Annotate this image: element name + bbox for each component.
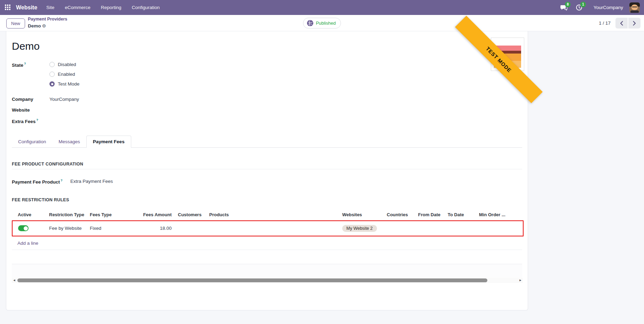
new-button[interactable]: New <box>6 18 25 29</box>
pager: 1 / 17 <box>599 18 641 29</box>
gear-icon[interactable]: ⚙ <box>42 23 46 29</box>
user-avatar[interactable] <box>629 2 640 13</box>
pager-previous-button[interactable] <box>615 18 628 29</box>
field-state: State? Disabled Enabled Test Mode <box>12 61 522 91</box>
horizontal-scrollbar[interactable]: ◄ ► <box>12 278 523 283</box>
chevron-right-icon <box>633 21 636 26</box>
company-value[interactable]: YourCompany <box>49 96 79 102</box>
messages-badge: 8 <box>565 2 571 7</box>
chevron-left-icon <box>620 21 623 26</box>
radio-circle-icon <box>49 62 55 67</box>
col-min-order[interactable]: Min Order ... <box>476 209 523 221</box>
table-footer-strip <box>12 264 522 278</box>
state-label: State? <box>12 61 49 91</box>
breadcrumb-payment-providers[interactable]: Payment Providers <box>28 17 67 22</box>
messages-button[interactable]: 8 <box>558 2 570 13</box>
form-sheet: TEST MODE Demo State? Disabled Enabled T… <box>6 31 528 310</box>
breadcrumb-current: Demo <box>28 23 41 29</box>
pager-next-button[interactable] <box>628 18 641 29</box>
pager-count: 1 / 17 <box>599 21 611 26</box>
notebook-tabs: Configuration Messages Payment Fees <box>12 135 522 148</box>
add-a-line-link[interactable]: Add a line <box>17 241 38 246</box>
menu-site[interactable]: Site <box>46 5 54 10</box>
fee-product-section-title: FEE PRODUCT CONFIGURATION <box>12 162 522 169</box>
provider-logo <box>491 38 524 71</box>
scroll-left-icon[interactable]: ◄ <box>12 278 17 283</box>
col-to-date[interactable]: To Date <box>445 209 476 221</box>
active-toggle[interactable] <box>18 225 29 231</box>
col-products[interactable]: Products <box>206 209 339 221</box>
table-header-row: Active Restriction Type Fees Type Fees A… <box>12 209 523 221</box>
apps-grid-icon[interactable] <box>5 5 11 11</box>
menu-configuration[interactable]: Configuration <box>132 5 159 10</box>
cell-fees-amount[interactable]: 18.00 <box>129 221 175 236</box>
website-tag[interactable]: My Website 2 <box>342 225 377 232</box>
company-switcher[interactable]: YourCompany <box>594 5 623 10</box>
help-icon: ? <box>24 62 26 65</box>
field-extra-fees: Extra Fees? <box>12 118 522 124</box>
col-websites[interactable]: Websites <box>339 209 384 221</box>
radio-disabled[interactable]: Disabled <box>49 62 79 67</box>
col-fees-amount[interactable]: Fees Amount <box>129 209 175 221</box>
cell-customers[interactable] <box>175 221 206 236</box>
tab-payment-fees[interactable]: Payment Fees <box>86 136 131 148</box>
cell-websites[interactable]: My Website 2 <box>339 221 384 236</box>
radio-enabled[interactable]: Enabled <box>49 72 79 77</box>
help-icon: ? <box>36 118 38 122</box>
control-panel: New Payment Providers Demo⚙ Published 1 … <box>0 15 644 31</box>
cell-fees-type[interactable]: Fixed <box>87 221 129 236</box>
activities-badge: 1 <box>580 2 586 7</box>
fee-rules-table: Active Restriction Type Fees Type Fees A… <box>12 209 524 236</box>
cell-to-date[interactable] <box>445 221 476 236</box>
cell-restriction-type[interactable]: Fee by Website <box>44 221 87 236</box>
cell-from-date[interactable] <box>415 221 445 236</box>
app-name[interactable]: Website <box>16 5 37 11</box>
fee-rules-section: FEE RESTRICTION RULES Active Restriction… <box>12 197 522 250</box>
tab-configuration[interactable]: Configuration <box>12 136 52 147</box>
activities-button[interactable]: 1 <box>573 2 585 13</box>
col-fees-type[interactable]: Fees Type <box>87 209 129 221</box>
radio-selected-icon <box>49 81 55 87</box>
help-icon: ? <box>61 179 63 182</box>
fee-product-section: FEE PRODUCT CONFIGURATION Payment Fee Pr… <box>12 162 522 186</box>
col-active[interactable]: Active <box>12 209 44 221</box>
field-company: Company YourCompany <box>12 96 522 102</box>
website-label: Website <box>12 107 49 113</box>
top-navbar: Website Site eCommerce Reporting Configu… <box>0 0 644 15</box>
col-from-date[interactable]: From Date <box>415 209 445 221</box>
payment-fee-product-value[interactable]: Extra Payment Fees <box>70 178 113 186</box>
col-customers[interactable]: Customers <box>175 209 206 221</box>
breadcrumb: Payment Providers Demo⚙ <box>28 17 67 29</box>
radio-circle-icon <box>49 72 55 77</box>
extra-fees-label: Extra Fees? <box>12 118 49 124</box>
cell-countries[interactable] <box>384 221 415 236</box>
scrollbar-thumb[interactable] <box>17 278 487 282</box>
col-countries[interactable]: Countries <box>384 209 415 221</box>
published-toggle[interactable]: Published <box>303 18 341 29</box>
col-restriction-type[interactable]: Restriction Type <box>44 209 87 221</box>
fee-rule-row[interactable]: Fee by Website Fixed 18.00 My Website 2 <box>12 221 523 236</box>
cell-products[interactable] <box>206 221 339 236</box>
published-label: Published <box>316 21 336 26</box>
menu-ecommerce[interactable]: eCommerce <box>65 5 91 10</box>
menu-reporting[interactable]: Reporting <box>101 5 121 10</box>
payment-fee-product-label: Payment Fee Product? <box>12 178 70 186</box>
record-title[interactable]: Demo <box>12 40 522 52</box>
fee-rules-section-title: FEE RESTRICTION RULES <box>12 197 522 205</box>
cell-min-order[interactable] <box>476 221 523 236</box>
radio-test-mode[interactable]: Test Mode <box>49 81 79 87</box>
tab-messages[interactable]: Messages <box>52 136 86 147</box>
add-line-row: Add a line <box>12 236 522 250</box>
globe-icon <box>307 20 313 26</box>
company-label: Company <box>12 96 49 102</box>
field-website: Website <box>12 107 522 113</box>
scroll-right-icon[interactable]: ► <box>518 278 523 283</box>
